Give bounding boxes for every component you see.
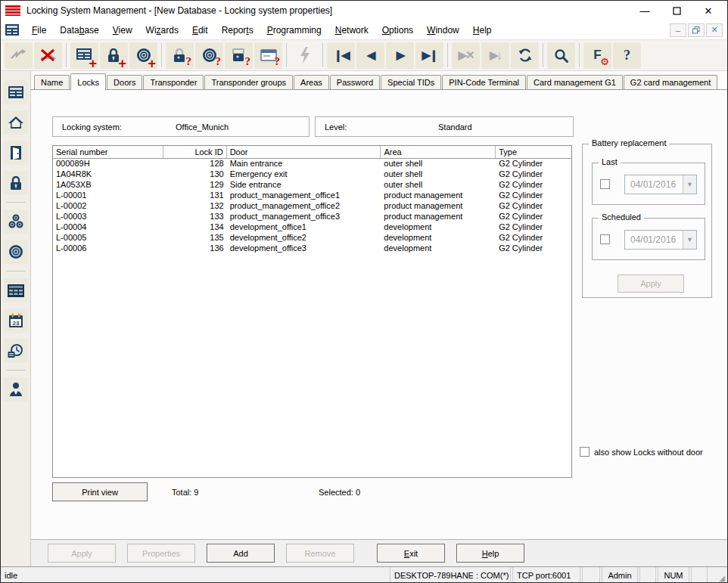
sidebar-locking-system-button[interactable] — [4, 80, 28, 104]
tab-password[interactable]: Password — [330, 75, 380, 89]
sidebar-user-button[interactable] — [4, 377, 28, 402]
cell-area: development — [381, 233, 496, 243]
properties-button[interactable]: Properties — [127, 544, 195, 563]
table-row[interactable]: L-00005135development_office2development… — [53, 233, 571, 243]
tab-special-tids[interactable]: Special TIDs — [381, 75, 441, 89]
locks-table[interactable]: Serial number Lock ID Door Area Type 000… — [52, 145, 572, 478]
tab-g2-card-management[interactable]: G2 card management — [624, 75, 717, 89]
table-row[interactable]: L-00003133product_management_office3prod… — [53, 212, 571, 222]
battery-scheduled-date-dropdown[interactable]: 04/01/2016 ▼ — [624, 230, 697, 250]
dropdown-arrow-icon[interactable]: ▼ — [683, 231, 696, 249]
menu-wizards[interactable]: Wizards — [139, 23, 185, 38]
table-row[interactable]: L-00006136development_office3development… — [53, 243, 571, 254]
sidebar: 23 — [1, 71, 31, 566]
table-row[interactable]: L-00001131product_management_office1prod… — [53, 191, 571, 201]
mdi-close-button[interactable]: ✕ — [706, 23, 723, 37]
battery-last-checkbox[interactable] — [600, 179, 610, 189]
mdi-restore-button[interactable] — [688, 23, 705, 37]
menu-file[interactable]: File — [25, 23, 53, 38]
toolbar-previous-record-button[interactable]: ◀ — [356, 42, 384, 69]
locking-system-label: Locking system: — [62, 122, 122, 132]
battery-last-label: Last — [599, 157, 621, 166]
cell-lock-id: 135 — [163, 233, 227, 243]
show-locks-without-door-option[interactable]: also show Locks without door — [580, 447, 703, 457]
col-type[interactable]: Type — [496, 146, 571, 158]
table-row[interactable]: 1A04R8K130Emergency exitouter shellG2 Cy… — [53, 169, 571, 180]
tab-doors[interactable]: Doors — [107, 75, 142, 89]
menu-database[interactable]: Database — [53, 23, 105, 38]
menu-reports[interactable]: Reports — [215, 23, 260, 38]
exit-button[interactable]: Exit — [377, 544, 445, 563]
cell-serial: 1A04R8K — [53, 169, 163, 180]
tab-areas[interactable]: Areas — [294, 75, 329, 89]
toolbar-cancel-record-button[interactable]: ▶✕ — [452, 42, 480, 69]
sidebar-transponder-group-button[interactable] — [4, 209, 28, 234]
toolbar-flash-button[interactable] — [291, 42, 319, 69]
sidebar-calendar-button[interactable]: 23 — [4, 309, 28, 333]
sidebar-door-button[interactable] — [4, 141, 28, 165]
menu-view[interactable]: View — [106, 23, 139, 38]
mdi-minimize-button[interactable]: – — [670, 23, 686, 37]
battery-scheduled-checkbox[interactable] — [600, 234, 610, 244]
toolbar-new-transponder-button[interactable]: + — [129, 42, 157, 69]
toolbar-new-locking-system-button[interactable]: + — [70, 42, 98, 69]
battery-apply-button[interactable]: Apply — [618, 274, 684, 293]
toolbar-read-lock-g1-button[interactable]: ? — [225, 42, 253, 69]
col-door[interactable]: Door — [227, 146, 381, 158]
toolbar-read-network-button[interactable]: ? — [254, 42, 282, 69]
toolbar-connect-button[interactable] — [5, 42, 33, 69]
battery-last-date-dropdown[interactable]: 04/01/2016 ▼ — [624, 175, 697, 194]
toolbar-next-record-button[interactable]: ▶ — [386, 42, 414, 69]
toolbar-help-button[interactable]: ? — [613, 42, 641, 69]
status-connection: DESKTOP-789HANE : COM(*) — [390, 567, 511, 583]
maximize-button[interactable] — [662, 2, 691, 19]
menu-programming[interactable]: Programming — [260, 23, 328, 38]
commit-record-icon: ▶↓ — [490, 48, 501, 62]
tab-pin-code-terminal[interactable]: PIN-Code Terminal — [442, 75, 526, 89]
tab-locks[interactable]: Locks — [70, 73, 106, 90]
toolbar-refresh-button[interactable] — [511, 42, 539, 69]
menu-window[interactable]: Window — [420, 23, 466, 38]
sidebar-transponder-button[interactable] — [4, 240, 28, 264]
table-row[interactable]: 1A053XB129Side entranceouter shellG2 Cyl… — [53, 180, 571, 191]
toolbar-last-record-button[interactable]: ▶❙ — [415, 42, 443, 69]
dropdown-arrow-icon[interactable]: ▼ — [683, 175, 696, 194]
help-button[interactable]: Help — [456, 544, 524, 563]
tab-transponder-groups[interactable]: Transponder groups — [204, 75, 293, 89]
menu-options[interactable]: Options — [375, 23, 420, 38]
sidebar-divider — [6, 271, 26, 271]
col-serial-number[interactable]: Serial number — [53, 146, 163, 158]
menu-help[interactable]: Help — [466, 23, 499, 38]
toolbar-disconnect-button[interactable] — [34, 42, 62, 69]
col-lock-id[interactable]: Lock ID — [163, 146, 227, 158]
tab-card-management-g1[interactable]: Card management G1 — [527, 75, 623, 89]
menu-edit[interactable]: Edit — [185, 23, 215, 38]
toolbar-read-transponder-button[interactable]: ? — [195, 42, 223, 69]
minimize-button[interactable]: — — [630, 2, 659, 19]
menu-network[interactable]: Network — [328, 23, 375, 38]
sidebar-home-button[interactable] — [4, 110, 28, 135]
apply-button[interactable]: Apply — [48, 544, 116, 563]
add-button[interactable]: Add — [207, 544, 275, 563]
tab-transponder[interactable]: Transponder — [143, 75, 204, 89]
close-button[interactable]: ✕ — [694, 2, 723, 19]
cell-door: product_management_office2 — [227, 201, 381, 212]
toolbar-new-lock-button[interactable]: + — [100, 42, 128, 69]
toolbar-first-record-button[interactable]: ❙◀ — [327, 42, 355, 69]
tab-name[interactable]: Name — [34, 75, 70, 89]
table-row[interactable]: L-00004134development_office1development… — [53, 222, 571, 233]
toolbar-read-lock-button[interactable]: ? — [166, 42, 194, 69]
show-locks-without-door-checkbox[interactable] — [580, 447, 590, 457]
print-view-button[interactable]: Print view — [52, 482, 148, 501]
sidebar-matrix-button[interactable] — [4, 278, 28, 302]
table-row[interactable]: L-00002132product_management_office2prod… — [53, 201, 571, 212]
resize-grip[interactable]: ◢ — [708, 567, 727, 583]
sidebar-history-button[interactable] — [4, 339, 28, 363]
toolbar-search-button[interactable] — [547, 42, 575, 69]
table-row[interactable]: 000089H128Main entranceouter shellG2 Cyl… — [53, 159, 571, 169]
remove-button[interactable]: Remove — [286, 544, 354, 563]
col-area[interactable]: Area — [381, 146, 496, 158]
toolbar-commit-record-button[interactable]: ▶↓ — [481, 42, 509, 69]
sidebar-lock-button[interactable] — [4, 171, 28, 195]
toolbar-filter-settings-button[interactable]: F ⚙ — [583, 42, 611, 69]
